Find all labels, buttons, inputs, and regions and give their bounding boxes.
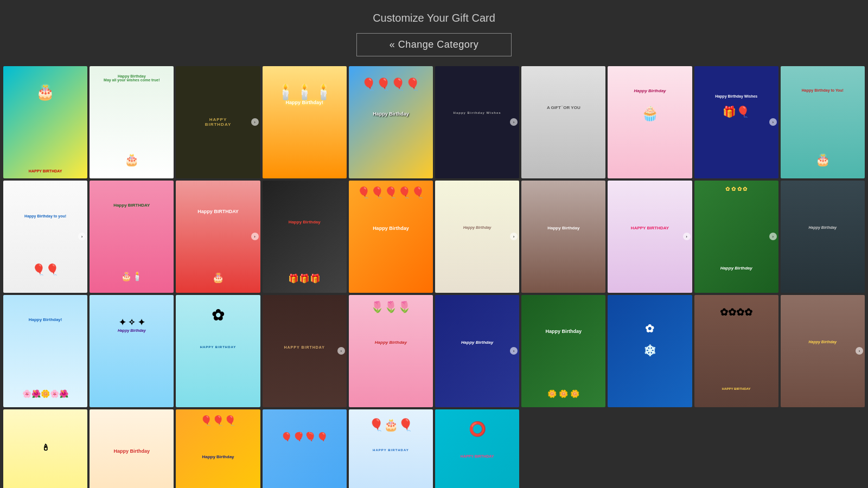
card-2[interactable]: 🎂 (90, 66, 174, 178)
card-31[interactable]: 🕯️🕯️🕯️🕯️ (3, 409, 87, 488)
change-category-button[interactable]: « Change Category (356, 33, 512, 56)
card-20[interactable] (781, 181, 865, 293)
card-13[interactable]: › 🎂 (176, 181, 260, 293)
card-25[interactable]: 🌷🌷🌷 (349, 295, 433, 407)
arrow-icon: › (683, 233, 691, 240)
arrow-icon: › (251, 118, 259, 126)
card-33[interactable]: 🎈🎈🎈 (176, 409, 260, 488)
cake-icon: 🎂 (36, 83, 55, 101)
page-header: Customize Your Gift Card (0, 0, 868, 33)
arrow-icon: › (510, 118, 518, 126)
page-title: Customize Your Gift Card (0, 12, 868, 24)
card-24[interactable]: › (263, 295, 347, 407)
arrow-icon: › (78, 233, 86, 240)
card-8[interactable]: 🧁 (608, 66, 692, 178)
card-9[interactable]: › 🎁🎈 (694, 66, 778, 178)
card-27[interactable]: 🌼 🌼 🌼 (521, 295, 605, 407)
card-34[interactable]: 🎈🎈🎈🎈 🎉 (263, 409, 347, 488)
card-11[interactable]: › 🎈🎈 (3, 181, 87, 293)
card-17[interactable] (521, 181, 605, 293)
card-26[interactable]: › (435, 295, 519, 407)
arrow-icon: › (769, 233, 777, 240)
arrow-icon: › (251, 233, 259, 240)
arrow-icon: › (769, 118, 777, 126)
card-12[interactable]: 🎂🕯️ (90, 181, 174, 293)
card-1[interactable]: 🎂 (3, 66, 87, 178)
card-16[interactable]: › (435, 181, 519, 293)
cake-icon: 🎂 (124, 153, 139, 167)
card-23[interactable]: ✿ (176, 295, 260, 407)
card-32[interactable] (90, 409, 174, 488)
card-29[interactable]: ✿✿✿✿ (694, 295, 778, 407)
card-36[interactable]: ⭕ (435, 409, 519, 488)
arrow-icon: › (510, 233, 518, 240)
card-7[interactable] (521, 66, 605, 178)
card-14[interactable]: 🎁🎁🎁 (263, 181, 347, 293)
arrow-icon: › (510, 347, 518, 355)
card-3[interactable]: › (176, 66, 260, 178)
card-4[interactable]: 🕯️🕯️🕯️ (263, 66, 347, 178)
arrow-icon: › (337, 347, 345, 355)
arrow-icon: › (856, 347, 863, 355)
card-6[interactable]: › (435, 66, 519, 178)
card-30[interactable]: › (781, 295, 865, 407)
card-28[interactable]: ❄ (608, 295, 692, 407)
card-18[interactable]: › (608, 181, 692, 293)
card-15[interactable]: 🎈🎈🎈🎈🎈 (349, 181, 433, 293)
card-21[interactable]: 🌸🌺🌼🌸🌺 (3, 295, 87, 407)
card-10[interactable]: 🎂 (781, 66, 865, 178)
card-19[interactable]: ✿ ✿ ✿ ✿ › (694, 181, 778, 293)
card-5[interactable]: 🎈🎈🎈🎈 (349, 66, 433, 178)
card-22[interactable]: ✦ ✧ ✦ (90, 295, 174, 407)
cards-grid: 🎂 🎂 › 🕯️🕯️🕯️ 🎈🎈🎈🎈 › 🧁 › 🎁🎈 🎂 › 🎈🎈 🎂🕯️ › … (0, 66, 868, 488)
card-35[interactable]: 🎈🎂🎈 (349, 409, 433, 488)
